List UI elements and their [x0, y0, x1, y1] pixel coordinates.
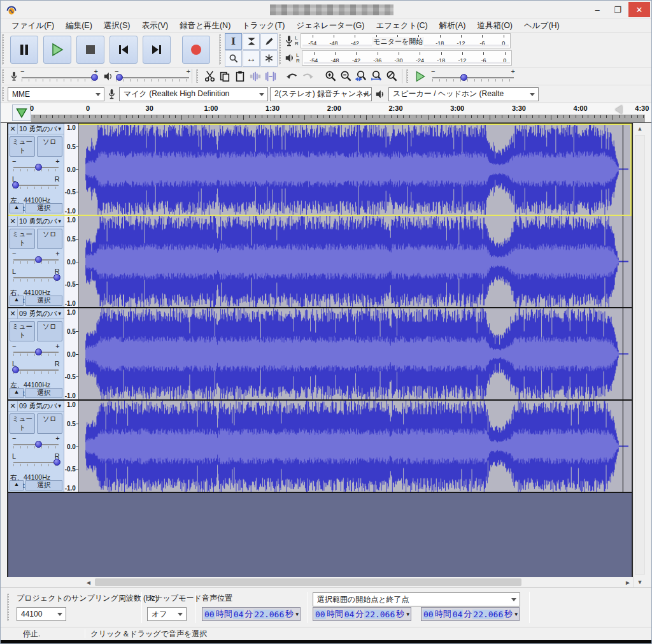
- time-digit-group[interactable]: 04: [344, 610, 355, 619]
- menu-item[interactable]: 編集(E): [60, 19, 98, 32]
- time-unit[interactable]: 時間: [326, 608, 344, 620]
- scroll-up-arrow[interactable]: ▲: [634, 123, 646, 134]
- menu-item[interactable]: エフェクト(C): [370, 19, 433, 32]
- amplitude-ruler[interactable]: 1.00.50.0-0.5-1.0: [64, 308, 79, 399]
- vertical-scroll-thumb[interactable]: [635, 135, 645, 575]
- amplitude-ruler[interactable]: 1.00.50.0-0.5-1.0: [64, 216, 79, 307]
- menu-item[interactable]: 表示(V): [136, 19, 174, 32]
- toolbar-grip[interactable]: [406, 69, 409, 83]
- track-close-button[interactable]: ✕: [8, 309, 18, 318]
- playback-volume-thumb[interactable]: [116, 74, 123, 81]
- time-format-arrow-icon[interactable]: ▼: [295, 612, 299, 617]
- time-unit[interactable]: 時間: [434, 608, 452, 620]
- menu-item[interactable]: ジェネレーター(G): [290, 19, 370, 32]
- stop-button[interactable]: [76, 36, 104, 64]
- solo-button[interactable]: ソロ: [37, 321, 62, 341]
- mute-button[interactable]: ミュート: [10, 229, 35, 249]
- pan-slider[interactable]: LR: [13, 362, 59, 377]
- track-title-menu[interactable]: 09 勇気のバ▼: [18, 401, 64, 411]
- time-unit[interactable]: 分: [355, 608, 364, 620]
- gain-thumb[interactable]: [35, 441, 42, 448]
- pan-slider[interactable]: LR: [13, 269, 59, 285]
- collapse-button[interactable]: ▲: [10, 203, 24, 213]
- zoom-in-button[interactable]: [323, 69, 338, 84]
- selection-tool-button[interactable]: I: [225, 33, 242, 50]
- collapse-button[interactable]: ▲: [10, 296, 24, 306]
- horizontal-scrollbar[interactable]: ◄ ►: [83, 577, 633, 587]
- sample-rate-dropdown[interactable]: 44100: [17, 607, 66, 621]
- silence-audio-button[interactable]: [263, 69, 278, 84]
- playback-device-dropdown[interactable]: スピーカー / ヘッドホン (Realte: [388, 87, 539, 101]
- gain-thumb[interactable]: [35, 164, 42, 171]
- toolbar-grip[interactable]: [279, 34, 282, 65]
- copy-button[interactable]: [217, 69, 232, 84]
- scroll-down-arrow[interactable]: ▼: [634, 576, 646, 587]
- time-digit-group[interactable]: 00: [204, 610, 215, 619]
- audio-position-field[interactable]: 00時間04分22.066秒▼: [202, 607, 301, 621]
- gain-thumb[interactable]: [35, 256, 42, 263]
- gain-slider[interactable]: −+: [13, 436, 59, 452]
- time-digit-group[interactable]: 00: [315, 610, 326, 619]
- time-digit-group[interactable]: 22.066: [364, 610, 395, 619]
- toolbar-grip[interactable]: [2, 34, 5, 65]
- time-unit[interactable]: 秒: [285, 608, 294, 620]
- menu-item[interactable]: トラック(T): [236, 19, 290, 32]
- gain-thumb[interactable]: [35, 348, 42, 355]
- collapse-button[interactable]: ▲: [10, 388, 24, 398]
- pan-thumb[interactable]: [12, 366, 19, 373]
- timeline-ruler[interactable]: 0 0301:001:302:002:303:003:304:004:30: [1, 103, 651, 123]
- cut-button[interactable]: [202, 69, 217, 84]
- track-close-button[interactable]: ✕: [8, 217, 18, 226]
- select-button[interactable]: 選択: [25, 480, 62, 490]
- recording-device-dropdown[interactable]: マイク (Realtek High Definition: [119, 87, 268, 101]
- amplitude-ruler[interactable]: 1.00.50.0-0.5-1.0: [64, 401, 79, 492]
- mute-button[interactable]: ミュート: [10, 136, 35, 157]
- waveform[interactable]: [79, 124, 632, 215]
- time-unit[interactable]: 分: [244, 608, 253, 620]
- collapse-button[interactable]: ▲: [10, 480, 24, 490]
- snap-mode-dropdown[interactable]: オフ: [147, 607, 187, 621]
- scroll-right-arrow[interactable]: ►: [623, 577, 633, 587]
- menu-item[interactable]: ファイル(F): [6, 19, 60, 32]
- toolbar-grip[interactable]: [2, 87, 5, 101]
- menu-item[interactable]: 道具箱(O): [471, 19, 518, 32]
- play-at-speed-button[interactable]: [412, 69, 429, 84]
- recording-volume-slider[interactable]: −+: [22, 69, 97, 83]
- close-button[interactable]: ✕: [628, 2, 650, 17]
- waveform[interactable]: [79, 216, 632, 307]
- gain-slider[interactable]: −+: [13, 252, 59, 267]
- recording-meter[interactable]: LR -54-48-42-36-30-24-18-12-60モニターを開始: [285, 32, 512, 49]
- selection-end-field[interactable]: 00時間04分22.066秒▼: [421, 607, 520, 621]
- solo-button[interactable]: ソロ: [37, 229, 62, 249]
- toolbar-grip[interactable]: [7, 594, 10, 621]
- menu-item[interactable]: 解析(A): [434, 19, 472, 32]
- multi-tool-button[interactable]: [260, 50, 278, 67]
- toolbar-grip[interactable]: [196, 69, 199, 83]
- timeshift-tool-button[interactable]: ↔: [243, 50, 260, 67]
- maximize-button[interactable]: ❐: [608, 3, 627, 17]
- time-unit[interactable]: 時間: [215, 608, 233, 620]
- skip-to-end-button[interactable]: [143, 36, 171, 64]
- menu-item[interactable]: ヘルプ(H): [518, 19, 565, 32]
- menu-item[interactable]: 選択(S): [98, 19, 136, 32]
- envelope-tool-button[interactable]: [243, 33, 260, 50]
- track-close-button[interactable]: ✕: [8, 124, 18, 134]
- horizontal-scroll-thumb[interactable]: [95, 578, 521, 586]
- waveform[interactable]: [79, 401, 632, 492]
- playback-meter[interactable]: LR -54-48-42-36-30-24-18-12-60: [285, 50, 512, 66]
- playhead-marker-icon[interactable]: [615, 105, 622, 114]
- zoom-toggle-button[interactable]: [384, 69, 399, 84]
- timeline-options-button[interactable]: [12, 104, 31, 121]
- recording-channels-dropdown[interactable]: 2(ステレオ) 録音チャンネル: [270, 87, 372, 101]
- pan-thumb[interactable]: [53, 459, 60, 466]
- vertical-scrollbar[interactable]: ▲ ▼: [633, 123, 646, 587]
- select-button[interactable]: 選択: [25, 388, 62, 398]
- playback-volume-slider[interactable]: −+: [116, 69, 189, 83]
- mute-button[interactable]: ミュート: [10, 321, 35, 341]
- toolbar-grip[interactable]: [219, 34, 222, 65]
- recording-volume-thumb[interactable]: [91, 74, 98, 81]
- fit-project-button[interactable]: [369, 69, 384, 84]
- solo-button[interactable]: ソロ: [37, 136, 62, 157]
- selection-range-dropdown[interactable]: 選択範囲の開始点と終了点: [313, 592, 520, 606]
- audio-host-dropdown[interactable]: MME: [8, 87, 104, 101]
